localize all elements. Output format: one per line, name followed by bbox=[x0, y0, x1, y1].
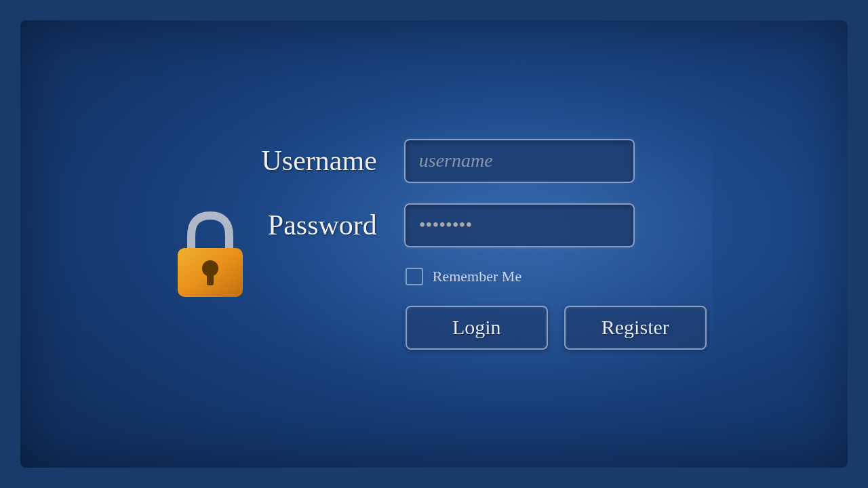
password-input[interactable] bbox=[404, 203, 635, 247]
svg-rect-2 bbox=[207, 273, 214, 285]
password-row: Password bbox=[228, 203, 707, 247]
remember-me-checkbox[interactable] bbox=[406, 268, 423, 285]
username-label: Username bbox=[228, 144, 377, 177]
action-buttons: Login Register bbox=[406, 306, 707, 350]
lock-icon bbox=[170, 209, 251, 297]
register-button[interactable]: Register bbox=[564, 306, 707, 350]
lock-icon-container bbox=[170, 209, 251, 297]
username-row: Username bbox=[228, 139, 707, 183]
login-page: Username Password Remember Me Login Regi… bbox=[20, 20, 848, 468]
remember-me-row: Remember Me bbox=[406, 268, 707, 285]
remember-me-label[interactable]: Remember Me bbox=[433, 268, 521, 285]
login-form: Username Password Remember Me Login Regi… bbox=[228, 139, 707, 350]
username-input[interactable] bbox=[404, 139, 635, 183]
content-area: Username Password Remember Me Login Regi… bbox=[20, 20, 848, 468]
login-button[interactable]: Login bbox=[406, 306, 548, 350]
